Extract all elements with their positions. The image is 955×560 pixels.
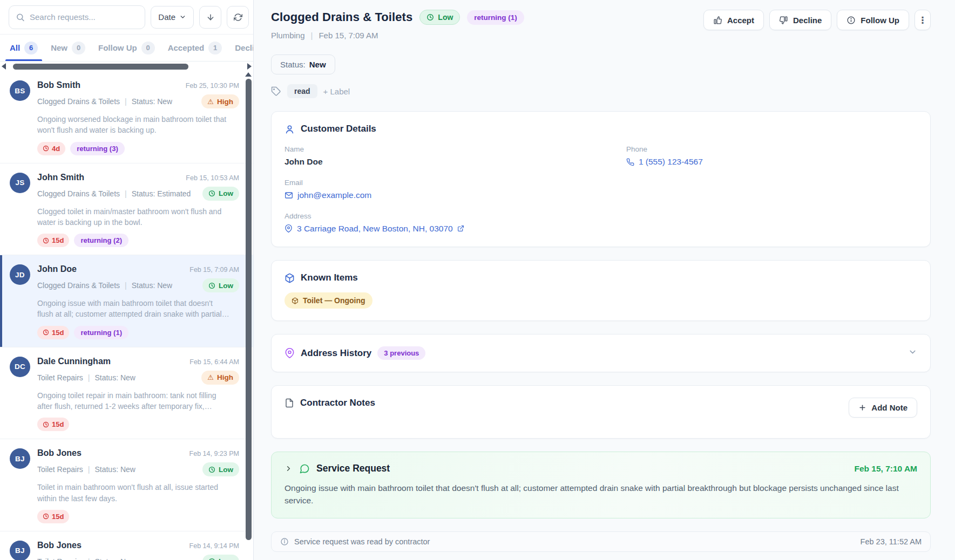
chevron-down-icon [179, 13, 186, 21]
tab-label: New [51, 43, 67, 52]
avatar: JD [10, 264, 30, 285]
read-receipt-row: Service request was read by contractor F… [271, 531, 931, 552]
priority-badge: ⚠ High [201, 94, 239, 108]
request-list-item[interactable]: DC Dale Cunningham Feb 15, 6:44 AM Toile… [0, 347, 253, 440]
horizontal-scroll-track[interactable] [9, 64, 245, 70]
search-input[interactable] [9, 5, 145, 29]
clock-icon [208, 190, 215, 197]
tabs-horizontal-scrollbar[interactable] [0, 62, 253, 71]
tab-label: Accepted [168, 43, 205, 52]
status-pill: Status: New [271, 54, 335, 74]
priority-badge: Low [202, 187, 239, 201]
tab-label: All [10, 43, 20, 52]
scroll-right-arrow-icon[interactable] [247, 63, 252, 70]
priority-badge: Low [202, 555, 239, 560]
follow-up-button[interactable]: Follow Up [837, 10, 909, 30]
request-service-status: Clogged Drains & Toilets|Status: New [37, 97, 172, 106]
scroll-up-arrow-icon[interactable] [245, 72, 252, 77]
known-item-chip: Toilet — Ongoing [285, 292, 372, 309]
more-options-button[interactable]: ⋮ [915, 10, 931, 30]
request-list-item[interactable]: JS John Smith Feb 15, 10:53 AM Clogged D… [0, 163, 253, 256]
info-circle-icon [846, 16, 856, 25]
request-filter-tab[interactable]: New 0 [45, 35, 91, 61]
speech-bubble-icon [299, 463, 310, 474]
request-filter-tab[interactable]: All 6 [4, 35, 43, 61]
plus-icon [858, 404, 866, 412]
request-timestamp: Feb 15, 7:09 AM [189, 266, 239, 274]
thumbs-down-icon [779, 16, 788, 25]
date-filter-label: Date [158, 12, 175, 22]
customer-name-field: Name John Doe [285, 145, 626, 168]
refresh-button[interactable] [227, 6, 249, 29]
search-icon [16, 12, 25, 22]
avatar: DC [10, 357, 30, 377]
address-history-card[interactable]: Address History 3 previous [271, 334, 931, 372]
detail-header: Clogged Drains & Toilets Low returning (… [271, 10, 931, 40]
person-icon [285, 124, 295, 134]
tag-icon [271, 86, 281, 97]
request-list-item[interactable]: BS Bob Smith Feb 25, 10:30 PM Clogged Dr… [0, 71, 253, 163]
request-customer-name: John Doe [37, 264, 77, 274]
request-customer-name: Bob Jones [37, 448, 82, 458]
tab-count-badge: 0 [141, 42, 155, 54]
status-value: New [309, 60, 326, 69]
customer-email-field: Email john@example.com [285, 179, 626, 202]
customer-name-value: John Doe [285, 157, 626, 167]
date-filter-button[interactable]: Date [151, 6, 194, 29]
horizontal-scroll-thumb[interactable] [13, 64, 188, 70]
page-title: Clogged Drains & Toilets [271, 10, 412, 24]
decline-button[interactable]: Decline [769, 10, 831, 30]
request-list-item[interactable]: BJ Bob Jones Feb 14, 9:23 PM Toilet Repa… [0, 439, 253, 531]
request-service-status: Toilet Repairs|Status: New [37, 373, 136, 382]
accept-button[interactable]: Accept [703, 10, 764, 30]
add-note-button[interactable]: Add Note [849, 398, 917, 418]
age-badge: 15d [37, 418, 69, 431]
priority-badge: Low [419, 10, 460, 25]
request-timestamp: Feb 15, 10:53 AM [186, 174, 239, 182]
avatar: JS [10, 173, 30, 193]
list-vertical-scrollbar[interactable] [245, 71, 252, 560]
request-customer-name: Bob Jones [37, 541, 82, 550]
customer-phone-field: Phone 1 (555) 123-4567 [626, 145, 917, 168]
request-list-item[interactable]: BJ Bob Jones Feb 14, 9:14 PM Toilet Repa… [0, 531, 253, 560]
request-subtitle: Plumbing | Feb 15, 7:09 AM [271, 31, 524, 40]
phone-link[interactable]: 1 (555) 123-4567 [626, 157, 703, 167]
contractor-notes-title: Contractor Notes [300, 398, 375, 408]
tab-label: Declined [235, 43, 253, 52]
request-customer-name: Bob Smith [37, 80, 80, 90]
email-link[interactable]: john@example.com [285, 190, 371, 200]
request-timestamp: Feb 14, 9:14 PM [189, 542, 239, 550]
request-filter-tab[interactable]: Declined 0 [229, 35, 253, 61]
chevron-right-icon[interactable] [285, 465, 293, 473]
map-pin-icon [285, 224, 293, 233]
request-list-item[interactable]: JD John Doe Feb 15, 7:09 AM Clogged Drai… [0, 255, 253, 347]
avatar: BJ [10, 448, 30, 469]
request-timestamp: Feb 14, 9:23 PM [189, 450, 239, 457]
vertical-scroll-thumb[interactable] [246, 79, 252, 540]
tab-count-badge: 0 [72, 42, 85, 54]
customer-address-field: Address 3 Carriage Road, New Boston, NH,… [285, 212, 626, 235]
request-filter-tab[interactable]: Accepted 1 [162, 35, 228, 61]
kebab-icon: ⋮ [918, 15, 927, 26]
priority-badge: ⚠ High [201, 371, 239, 385]
request-service-status: Toilet Repairs|Status: New [37, 465, 136, 474]
clock-icon [43, 329, 49, 336]
chevron-down-icon[interactable] [908, 347, 917, 357]
request-sidebar: Date All 6 New 0 Follow Up 0 Accepted 1 … [0, 0, 254, 560]
service-request-datetime: Feb 15, 7:10 AM [854, 464, 917, 474]
address-link[interactable]: 3 Carriage Road, New Boston, NH, 03070 [285, 224, 464, 234]
request-timestamp: Feb 25, 10:30 PM [186, 82, 239, 90]
request-timestamp: Feb 15, 6:44 AM [189, 358, 239, 366]
sort-direction-button[interactable] [199, 6, 221, 29]
label-row: read + Label [271, 84, 931, 98]
app-window: Date All 6 New 0 Follow Up 0 Accepted 1 … [0, 0, 955, 560]
scroll-left-arrow-icon[interactable] [2, 63, 6, 70]
label-chip-read[interactable]: read [287, 84, 317, 98]
known-items-card: Known Items Toilet — Ongoing [271, 260, 931, 321]
request-filter-tab[interactable]: Follow Up 0 [93, 35, 160, 61]
add-label-button[interactable]: + Label [323, 87, 350, 96]
phone-icon [626, 158, 634, 166]
returning-badge: returning (3) [70, 142, 125, 155]
envelope-icon [285, 191, 293, 200]
request-service-status: Toilet Repairs|Status: New [37, 557, 136, 560]
